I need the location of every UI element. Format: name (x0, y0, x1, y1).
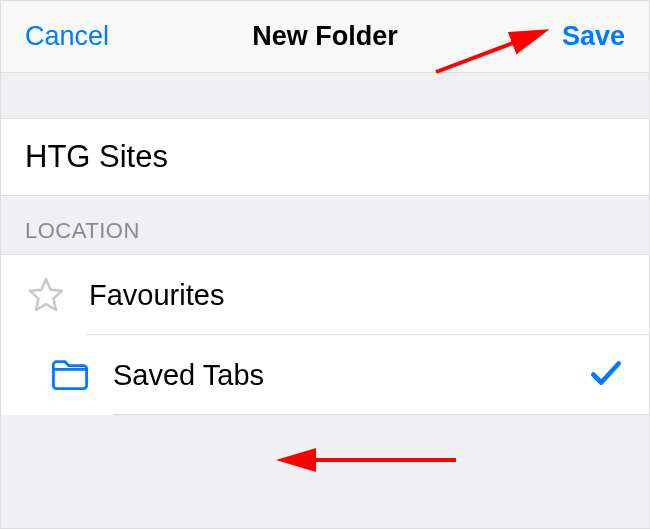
folder-name-row[interactable]: HTG Sites (1, 118, 649, 196)
navigation-bar: Cancel New Folder Save (1, 1, 649, 73)
location-row-label: Favourites (89, 279, 625, 312)
location-list: Favourites Saved Tabs (1, 254, 649, 415)
save-button[interactable]: Save (562, 21, 625, 52)
checkmark-icon (587, 354, 625, 396)
row-divider (113, 414, 649, 415)
spacer (1, 73, 649, 118)
star-icon (25, 274, 67, 316)
dialog-frame: Cancel New Folder Save HTG Sites LOCATIO… (0, 0, 650, 529)
folder-name-input[interactable]: HTG Sites (25, 139, 625, 175)
folder-icon (49, 354, 91, 396)
location-section-spacer: LOCATION (1, 196, 649, 254)
location-section-header: LOCATION (25, 218, 140, 244)
cancel-button[interactable]: Cancel (25, 21, 109, 52)
location-row-saved-tabs[interactable]: Saved Tabs (1, 335, 649, 415)
location-row-label: Saved Tabs (113, 359, 587, 392)
page-title: New Folder (252, 21, 398, 52)
location-row-favourites[interactable]: Favourites (1, 255, 649, 335)
